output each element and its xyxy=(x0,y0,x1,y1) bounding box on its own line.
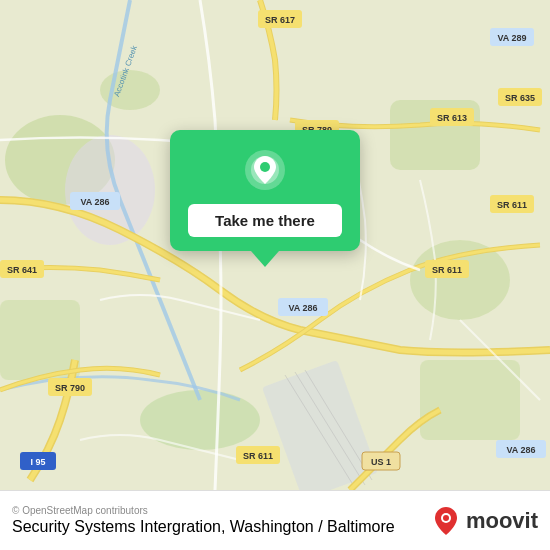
svg-point-4 xyxy=(410,240,510,320)
svg-text:SR 790: SR 790 xyxy=(55,383,85,393)
footer-bar: © OpenStreetMap contributors Security Sy… xyxy=(0,490,550,550)
footer-location: Security Systems Intergration, Washingto… xyxy=(12,518,395,536)
svg-text:US 1: US 1 xyxy=(371,457,391,467)
svg-text:SR 611: SR 611 xyxy=(432,265,462,275)
svg-text:SR 611: SR 611 xyxy=(243,451,273,461)
svg-text:SR 635: SR 635 xyxy=(505,93,535,103)
svg-rect-5 xyxy=(0,300,80,380)
location-pin-icon xyxy=(243,148,287,192)
svg-text:SR 613: SR 613 xyxy=(437,113,467,123)
copyright-text: © OpenStreetMap contributors xyxy=(12,505,395,516)
footer-info: © OpenStreetMap contributors Security Sy… xyxy=(12,505,395,536)
moovit-icon xyxy=(430,505,462,537)
svg-point-48 xyxy=(443,515,449,521)
footer-subtitle: Baltimore xyxy=(327,518,395,535)
moovit-text: moovit xyxy=(466,508,538,534)
svg-point-46 xyxy=(260,162,270,172)
svg-text:VA 286: VA 286 xyxy=(288,303,317,313)
moovit-logo: moovit xyxy=(430,505,538,537)
take-me-there-button[interactable]: Take me there xyxy=(188,204,342,237)
svg-text:I 95: I 95 xyxy=(30,457,45,467)
svg-text:VA 286: VA 286 xyxy=(506,445,535,455)
svg-text:SR 611: SR 611 xyxy=(497,200,527,210)
map-container: SR 617 VA 289 SR 789 SR 613 SR 635 VA 28… xyxy=(0,0,550,490)
svg-text:SR 641: SR 641 xyxy=(7,265,37,275)
footer-title: Security Systems Intergration, Washingto… xyxy=(12,518,323,535)
svg-rect-7 xyxy=(420,360,520,440)
popup-card: Take me there xyxy=(170,130,360,251)
svg-text:VA 286: VA 286 xyxy=(80,197,109,207)
svg-text:VA 289: VA 289 xyxy=(497,33,526,43)
svg-text:SR 617: SR 617 xyxy=(265,15,295,25)
